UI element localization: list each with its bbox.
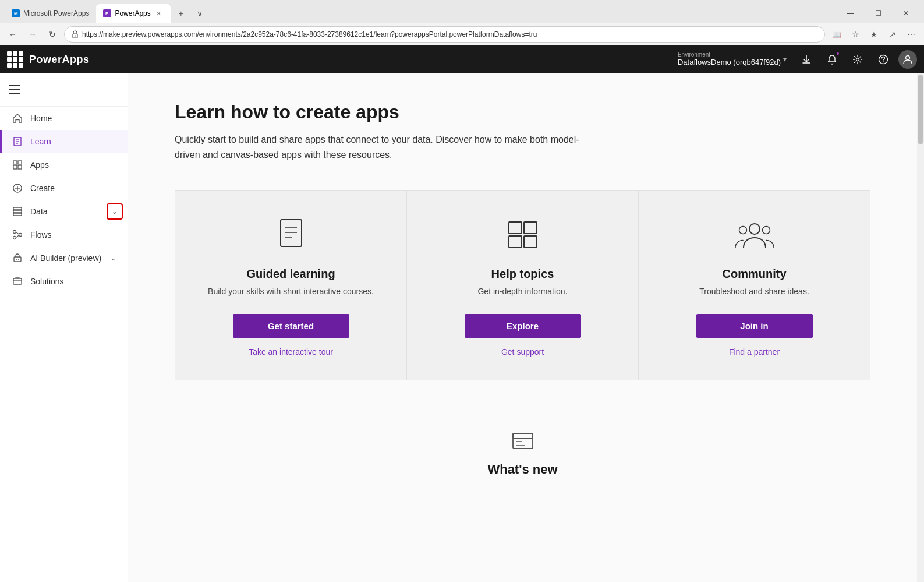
sidebar-item-apps[interactable]: Apps (0, 153, 128, 177)
svg-point-6 (856, 58, 859, 61)
interactive-tour-link[interactable]: Take an interactive tour (249, 347, 333, 357)
find-partner-link[interactable]: Find a partner (729, 347, 780, 357)
waffle-dot (13, 51, 17, 56)
solutions-icon (12, 276, 23, 287)
waffle-dot (13, 57, 17, 62)
env-selector[interactable]: Environment DataflowsDemo (orqb647f92d) … (673, 50, 791, 70)
svg-rect-22 (13, 210, 22, 213)
tab1-label: Microsoft PowerApps (23, 9, 89, 17)
svg-point-25 (19, 234, 22, 237)
community-icon (734, 214, 776, 256)
lock-icon (72, 30, 79, 38)
share-btn[interactable]: ↗ (884, 26, 901, 43)
svg-rect-14 (13, 161, 17, 164)
whats-new-icon (509, 427, 537, 455)
sidebar-item-create[interactable]: Create (0, 177, 128, 200)
svg-point-5 (75, 36, 76, 37)
back-btn[interactable]: ← (5, 26, 21, 43)
address-bar: ← → ↻ https://make.preview.powerapps.com… (0, 23, 924, 45)
tab-inactive-1[interactable]: M Microsoft PowerApps (5, 4, 96, 23)
download-btn[interactable] (796, 49, 817, 70)
minimize-btn[interactable]: — (837, 4, 863, 23)
data-expand-btn[interactable]: ⌄ (107, 203, 123, 220)
help-topics-icon (502, 214, 544, 256)
tab1-favicon: M (12, 9, 20, 17)
cards-row: Guided learning Build your skills with s… (175, 190, 870, 380)
waffle-dot (19, 63, 23, 68)
hamburger-btn[interactable] (9, 80, 28, 99)
url-input[interactable]: https://make.preview.powerapps.com/envir… (64, 26, 825, 43)
sidebar-item-home-label: Home (30, 114, 52, 123)
svg-point-43 (762, 227, 770, 234)
svg-rect-40 (524, 236, 537, 248)
page-title: Learn how to create apps (175, 101, 870, 123)
tab-dropdown-btn[interactable]: ∨ (192, 5, 208, 22)
explore-btn[interactable]: Explore (465, 314, 581, 338)
guided-learning-desc: Build your skills with short interactive… (208, 285, 374, 298)
tab-actions: + ∨ (173, 5, 208, 22)
tab2-close[interactable]: ✕ (154, 9, 164, 18)
app-topbar: PowerApps Environment DataflowsDemo (orq… (0, 45, 924, 73)
sidebar-item-flows[interactable]: Flows (0, 223, 128, 246)
create-icon (12, 182, 23, 194)
page-subtitle: Quickly start to build and share apps th… (175, 132, 582, 162)
url-bar-actions: 📖 ☆ ★ ↗ ⋯ (829, 26, 919, 43)
forward-btn[interactable]: → (24, 26, 41, 43)
ai-builder-icon (12, 252, 23, 264)
notification-badge (836, 51, 840, 56)
tab2-favicon: P (103, 9, 111, 17)
sidebar-item-flows-label: Flows (30, 230, 52, 239)
svg-rect-39 (509, 236, 522, 248)
waffle-menu-btn[interactable] (7, 51, 23, 68)
svg-rect-15 (18, 161, 22, 164)
refresh-btn[interactable]: ↻ (44, 26, 61, 43)
svg-point-29 (18, 259, 19, 260)
sidebar-item-solutions[interactable]: Solutions (0, 270, 128, 293)
reading-view-btn[interactable]: 📖 (829, 26, 845, 43)
tab2-label: PowerApps (115, 9, 150, 17)
scrollbar-thumb[interactable] (918, 75, 923, 144)
svg-rect-21 (13, 207, 22, 210)
sidebar-item-data[interactable]: Data ⌄ (0, 200, 128, 223)
sidebar-item-solutions-label: Solutions (30, 277, 64, 286)
get-started-btn[interactable]: Get started (233, 314, 349, 338)
scrollbar-track[interactable] (917, 73, 924, 582)
avatar[interactable] (898, 50, 917, 69)
sidebar-item-home[interactable]: Home (0, 107, 128, 130)
community-title: Community (723, 267, 787, 281)
svg-rect-27 (14, 257, 21, 262)
waffle-dot (19, 57, 23, 62)
svg-rect-38 (524, 222, 537, 234)
svg-rect-30 (13, 278, 22, 284)
maximize-btn[interactable]: ☐ (865, 4, 891, 23)
app-layout: Home Learn Apps Create (0, 73, 924, 582)
sidebar-item-apps-label: Apps (30, 160, 49, 170)
favorites-btn[interactable]: ☆ (847, 26, 863, 43)
more-btn[interactable]: ⋯ (903, 26, 919, 43)
home-icon (12, 112, 23, 124)
main-content: Learn how to create apps Quickly start t… (128, 73, 917, 582)
waffle-dot (19, 51, 23, 56)
new-tab-btn[interactable]: + (173, 5, 189, 22)
settings-btn[interactable] (847, 49, 868, 70)
sidebar-item-ai-builder[interactable]: AI Builder (preview) ⌄ (0, 246, 128, 270)
svg-point-28 (16, 259, 17, 260)
svg-point-42 (739, 227, 746, 234)
sidebar-item-learn[interactable]: Learn (0, 130, 128, 153)
notifications-btn[interactable] (822, 49, 842, 70)
help-btn[interactable] (873, 49, 894, 70)
join-in-btn[interactable]: Join in (696, 314, 813, 338)
data-icon (12, 206, 23, 217)
community-card: Community Troubleshoot and share ideas. … (639, 190, 870, 380)
close-btn[interactable]: ✕ (893, 4, 919, 23)
get-support-link[interactable]: Get support (501, 347, 544, 357)
help-topics-card: Help topics Get in-depth information. Ex… (407, 190, 639, 380)
ai-builder-chevron-icon: ⌄ (111, 255, 116, 262)
collections-btn[interactable]: ★ (866, 26, 882, 43)
window-controls: — ☐ ✕ (837, 4, 919, 23)
tab-active-2[interactable]: P PowerApps ✕ (96, 4, 170, 23)
learn-icon (12, 136, 23, 147)
help-topics-desc: Get in-depth information. (477, 285, 567, 298)
app-name-label: PowerApps (29, 54, 90, 66)
svg-rect-44 (513, 433, 533, 449)
